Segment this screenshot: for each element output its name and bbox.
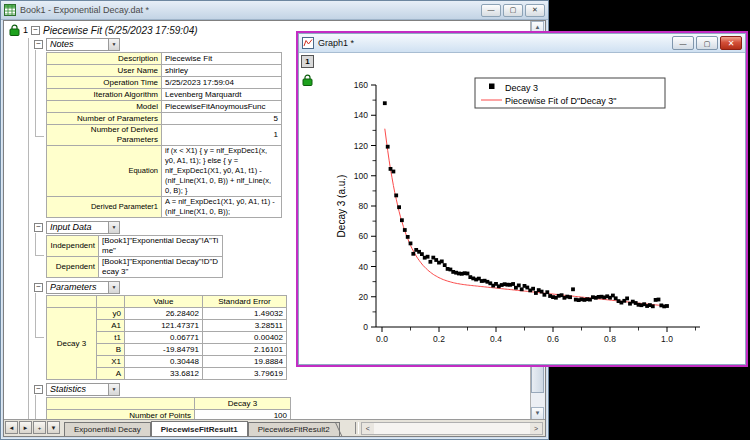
table-row: Independent[Book1]"Exponential Decay"!A"… (47, 236, 223, 257)
data-point[interactable] (511, 282, 515, 286)
y-tick-label: 0 (363, 322, 368, 332)
report-cell-value: Piecewise Fit (162, 53, 282, 65)
data-point[interactable] (394, 194, 398, 198)
series-group-cell: Decay 3 (47, 308, 97, 380)
data-point[interactable] (386, 145, 390, 149)
section-title: Input Data (47, 222, 108, 233)
data-point[interactable] (440, 260, 444, 264)
table-row: Equationif (x < X1) { y = nlf_ExpDec1(x,… (47, 146, 282, 197)
lock-icon[interactable] (302, 72, 313, 90)
report-cell-value: PiecewiseFitAnoymousFunc (162, 101, 282, 113)
data-point[interactable] (665, 304, 669, 308)
data-point[interactable] (568, 295, 572, 299)
data-point[interactable] (397, 205, 401, 209)
lock-icon[interactable] (9, 24, 20, 36)
plot-area[interactable]: 0.00.20.40.60.81.0020406080100120140160D… (299, 53, 745, 364)
data-point[interactable] (531, 287, 535, 291)
sheet-list-icon[interactable]: ▼ (47, 421, 60, 434)
legend-entry-label: Piecewise Fit of D"Decay 3" (505, 96, 616, 106)
parameters-table: ValueStandard ErrorDecay 3y026.284021.49… (46, 295, 287, 380)
y-tick-label: 60 (359, 231, 369, 241)
report-cell-value: [Book1]"Exponential Decay"!A"Time" (99, 236, 223, 257)
data-point[interactable] (545, 290, 549, 294)
chevron-down-icon[interactable]: ▼ (108, 282, 119, 293)
x-tick-label: 1.0 (661, 334, 673, 344)
y-tick-label: 40 (359, 262, 369, 272)
section-title-combo: Statistics▼ (46, 383, 120, 396)
tab-scroll-left-icon[interactable]: ◄ (5, 421, 18, 434)
collapse-icon[interactable]: − (34, 40, 43, 49)
collapse-root-icon[interactable]: − (31, 26, 40, 35)
close-button[interactable]: ✕ (720, 36, 742, 50)
data-point[interactable] (403, 228, 407, 232)
report-cell-label: Model (47, 101, 162, 113)
sheet-tab-exponential-decay[interactable]: Exponential Decay (64, 422, 151, 436)
chevron-down-icon[interactable]: ▼ (108, 384, 119, 395)
report-cell-value: 5 (162, 113, 282, 125)
sheet-tab-bar: ◄►+▼ Exponential DecayPiecewiseFitResult… (4, 419, 545, 436)
series-header-cell: Decay 3 (195, 398, 291, 410)
param-error-cell: 3.79619 (203, 368, 287, 380)
graph-client-area: 1 0.00.20.40.60.81.002040608010012014016… (299, 53, 745, 364)
chevron-down-icon[interactable]: ▼ (108, 39, 119, 50)
data-point[interactable] (409, 242, 413, 246)
data-point[interactable] (657, 298, 661, 302)
collapse-icon[interactable]: − (34, 223, 43, 232)
y-tick-label: 80 (359, 201, 369, 211)
y-tick-label: 100 (354, 171, 368, 181)
data-point[interactable] (406, 235, 410, 239)
sheet-tab-piecewisefitresult2[interactable]: PiecewiseFitResult2 (248, 422, 340, 436)
hscroll-track[interactable] (374, 423, 530, 434)
tab-scroll-right-icon[interactable]: ► (19, 421, 32, 434)
data-point[interactable] (383, 101, 387, 105)
minimize-button[interactable]: — (481, 4, 501, 17)
layer-1-button[interactable]: 1 (301, 55, 314, 68)
blank-header-cell (47, 398, 195, 410)
chevron-down-icon[interactable]: ▼ (108, 222, 119, 233)
data-point[interactable] (426, 255, 430, 259)
table-row: Decay 3y026.284021.49032 (47, 308, 287, 320)
data-point[interactable] (411, 252, 415, 256)
data-point[interactable] (625, 297, 629, 301)
sheet-tab-piecewisefitresult1[interactable]: PiecewiseFitResult1 (151, 421, 248, 436)
data-point[interactable] (420, 252, 424, 256)
horizontal-scrollbar[interactable]: < > (361, 422, 543, 435)
column-header (97, 296, 125, 308)
data-point[interactable] (520, 287, 524, 291)
collapse-icon[interactable]: − (34, 283, 43, 292)
report-cell-value: [Book1]"Exponential Decay"!D"Decay 3" (99, 257, 223, 278)
graph-titlebar[interactable]: Graph1 * — ▢ ✕ (299, 34, 745, 53)
param-error-cell: 3.28511 (203, 320, 287, 332)
data-point[interactable] (443, 263, 447, 267)
maximize-button[interactable]: ▢ (503, 4, 523, 17)
param-error-cell: 2.16101 (203, 344, 287, 356)
report-cell-label: Equation (47, 146, 162, 197)
data-point[interactable] (517, 284, 521, 288)
param-value-cell: 26.28402 (125, 308, 203, 320)
row-badge: 1 (23, 25, 28, 35)
table-row: Number of Parameters5 (47, 113, 282, 125)
minimize-button[interactable]: — (672, 36, 694, 50)
legend-marker-square (489, 84, 495, 90)
legend[interactable]: Decay 3Piecewise Fit of D"Decay 3" (475, 78, 665, 108)
hscroll-right-icon[interactable]: > (530, 423, 542, 434)
fit-curve[interactable] (385, 129, 667, 306)
book-titlebar[interactable]: Book1 - Exponential Decay.dat * — ▢ ✕ (1, 1, 548, 20)
maximize-button[interactable]: ▢ (696, 36, 718, 50)
collapse-icon[interactable]: − (34, 385, 43, 394)
hscroll-left-icon[interactable]: < (362, 423, 374, 434)
x-tick-label: 0.0 (376, 334, 388, 344)
data-point[interactable] (392, 170, 396, 174)
report-cell-value: 5/25/2023 17:59:04 (162, 77, 282, 89)
data-point[interactable] (571, 287, 575, 291)
tab-splitter[interactable] (355, 422, 359, 434)
param-value-cell: 0.06771 (125, 332, 203, 344)
section-title: Notes (47, 39, 108, 50)
data-point[interactable] (429, 260, 433, 264)
data-point[interactable] (651, 304, 655, 308)
add-sheet-icon[interactable]: + (33, 421, 46, 434)
section-title-combo: Parameters▼ (46, 281, 120, 294)
close-button[interactable]: ✕ (525, 4, 545, 17)
data-point[interactable] (466, 272, 470, 276)
data-point[interactable] (400, 218, 404, 222)
